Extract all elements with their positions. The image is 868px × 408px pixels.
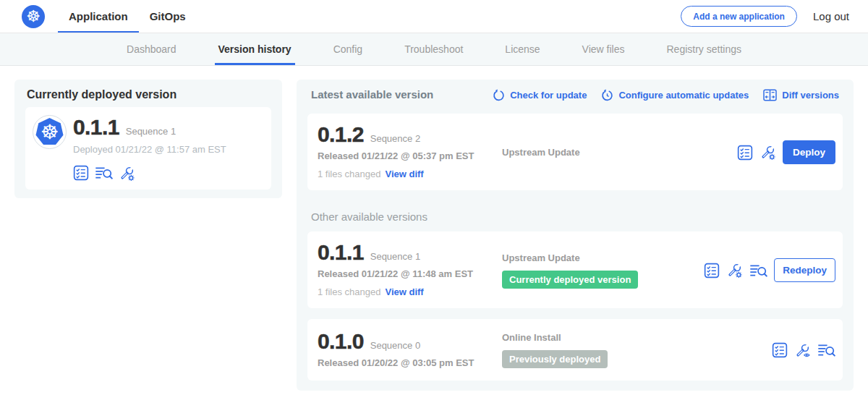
version-label: 0.1.2 [318,125,364,143]
config-icon[interactable] [119,165,135,182]
diff-versions-link[interactable]: Diff versions [763,89,839,101]
app-subnav: Dashboard Version history Config Trouble… [0,33,868,66]
version-card: 0.1.1 Sequence 1 Released 01/21/22 @ 11:… [307,231,843,308]
subnav-registry-settings[interactable]: Registry settings [646,33,762,65]
view-diff-link[interactable]: View diff [385,169,423,179]
released-timestamp: Released 01/20/22 @ 03:05 pm EST [318,357,502,368]
deploy-logs-icon[interactable] [817,342,835,358]
deployed-timestamp: Deployed 01/21/22 @ 11:57 am EST [73,144,226,155]
subnav-config[interactable]: Config [312,33,383,65]
view-diff-link[interactable]: View diff [385,286,423,297]
version-source-label: Upstream Update [502,252,580,263]
subnav-troubleshoot[interactable]: Troubleshoot [383,33,484,65]
sequence-label: Sequence 2 [370,133,420,144]
logout-button[interactable]: Log out [813,10,849,22]
deploy-logs-icon[interactable] [749,263,767,279]
subnav-license[interactable]: License [484,33,561,65]
currently-deployed-panel: Currently deployed version ☸ 0.1.1 Seque… [14,80,282,198]
released-timestamp: Released 01/21/22 @ 05:37 pm EST [318,150,502,161]
deploy-logs-icon[interactable] [95,165,113,182]
release-notes-icon[interactable] [737,145,753,161]
latest-version-title: Latest available version [311,88,433,101]
other-versions-title: Other available versions [311,211,839,222]
version-card: 0.1.2 Sequence 2 Released 01/21/22 @ 05:… [307,114,843,190]
previously-deployed-badge: Previously deployed [502,350,608,368]
subnav-version-history[interactable]: Version history [197,33,312,65]
version-label: 0.1.0 [318,332,364,350]
configure-automatic-updates-link[interactable]: Configure automatic updates [601,89,749,101]
diff-icon [763,89,777,101]
tab-application[interactable]: Application [58,0,139,33]
release-notes-icon[interactable] [704,263,720,279]
top-navbar: ☸ Application GitOps Add a new applicati… [0,0,868,33]
deployed-panel-title: Currently deployed version [27,88,271,101]
tab-gitops-label: GitOps [150,10,186,22]
app-logo-icon: ☸ [33,115,67,149]
release-notes-icon[interactable] [73,165,89,182]
files-changed-label: 1 files changed [318,286,380,297]
release-notes-icon[interactable] [772,342,788,358]
tab-application-label: Application [69,10,128,22]
check-for-update-link[interactable]: Check for update [493,89,587,101]
navbar-right: Add a new application Log out [681,6,849,27]
config-icon[interactable] [726,262,743,279]
version-history-panel: Latest available version Check for updat… [297,80,854,391]
sequence-label: Sequence 0 [370,340,420,351]
tab-gitops[interactable]: GitOps [139,0,197,33]
refresh-icon [493,89,505,101]
version-label: 0.1.1 [318,243,364,261]
app-tabs: Application GitOps [58,0,197,33]
deployed-version-label: 0.1.1 [73,118,119,136]
deployed-sequence-label: Sequence 1 [126,126,176,137]
currently-deployed-badge: Currently deployed version [502,271,638,289]
released-timestamp: Released 01/21/22 @ 11:48 am EST [318,268,502,279]
sequence-label: Sequence 1 [370,251,420,262]
version-source-label: Online Install [502,332,561,343]
deployed-version-card: ☸ 0.1.1 Sequence 1 Deployed 01/21/22 @ 1… [25,107,271,190]
version-card: 0.1.0 Sequence 0 Released 01/20/22 @ 03:… [307,319,843,381]
config-icon[interactable] [760,144,776,161]
kubernetes-logo-icon: ☸ [22,5,45,28]
redeploy-button[interactable]: Redeploy [774,258,835,282]
deploy-button[interactable]: Deploy [783,140,835,164]
subnav-view-files[interactable]: View files [561,33,646,65]
version-source-label: Upstream Update [502,147,580,158]
view-config-icon[interactable] [794,342,811,359]
main-content: Currently deployed version ☸ 0.1.1 Seque… [0,66,868,405]
subnav-dashboard[interactable]: Dashboard [106,33,197,65]
schedule-update-icon [601,89,613,101]
files-changed-label: 1 files changed [318,169,380,179]
add-application-button[interactable]: Add a new application [681,6,797,27]
